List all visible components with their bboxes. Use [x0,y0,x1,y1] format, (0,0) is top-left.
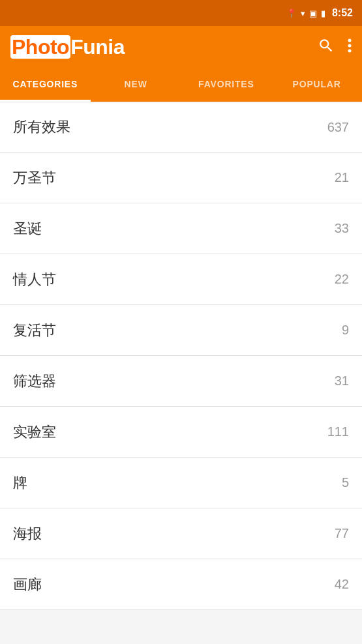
tab-favorites[interactable]: FAVORITES [181,68,272,100]
category-count: 9 [342,323,349,338]
search-button[interactable] [318,37,335,57]
tab-bar: CATEGORIES NEW FAVORITES POPULAR [0,68,362,102]
category-count: 31 [335,373,349,388]
list-item[interactable]: 牌5 [0,458,362,508]
category-name: 万圣节 [13,168,56,188]
category-name: 牌 [13,473,27,493]
location-icon: 📍 [286,8,297,18]
category-count: 33 [335,221,349,236]
category-count: 22 [335,272,349,287]
status-icons: 📍 ▾ ▣ ▮ 8:52 [286,7,353,19]
category-count: 77 [335,526,349,541]
list-item[interactable]: 画廊42 [0,559,362,610]
category-name: 实验室 [13,422,56,442]
category-name: 复活节 [13,321,56,340]
category-name: 筛选器 [13,372,56,391]
category-name: 情人节 [13,270,56,289]
signal-icon: ▣ [309,8,317,18]
status-time: 8:52 [332,7,353,19]
list-item[interactable]: 海报77 [0,508,362,559]
list-item[interactable]: 情人节22 [0,254,362,305]
category-count: 637 [327,120,349,135]
list-item[interactable]: 复活节9 [0,305,362,356]
category-list: 所有效果637万圣节21圣诞33情人节22复活节9筛选器31实验室111牌5海报… [0,102,362,644]
category-count: 5 [342,475,349,490]
tab-popular[interactable]: POPULAR [271,68,362,100]
list-item[interactable]: 筛选器31 [0,356,362,407]
svg-point-1 [348,44,352,48]
category-name: 海报 [13,524,42,544]
app-bar-actions [318,37,352,57]
list-item[interactable]: 圣诞33 [0,203,362,254]
category-name: 圣诞 [13,219,42,239]
wifi-icon: ▾ [301,8,305,18]
category-count: 111 [327,424,349,439]
status-bar: 📍 ▾ ▣ ▮ 8:52 [0,0,362,26]
list-item[interactable]: 实验室111 [0,407,362,458]
svg-point-0 [348,39,352,42]
tab-new[interactable]: NEW [91,68,181,100]
svg-point-2 [348,50,352,53]
category-count: 42 [335,577,349,592]
category-name: 画廊 [13,575,42,594]
list-item[interactable]: 所有效果637 [0,102,362,153]
category-count: 21 [335,170,349,185]
battery-icon: ▮ [321,8,325,18]
list-item[interactable]: 万圣节21 [0,153,362,203]
more-options-button[interactable] [348,37,352,57]
app-bar: PhotoFunia [0,26,362,68]
category-name: 所有效果 [13,117,70,137]
tab-categories[interactable]: CATEGORIES [0,68,91,100]
app-logo: PhotoFunia [10,35,125,59]
